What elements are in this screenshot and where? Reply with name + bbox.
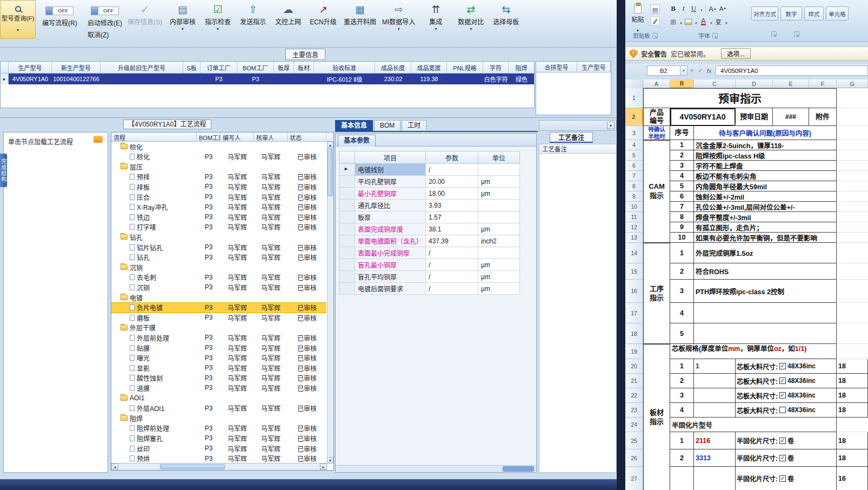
sheet-cell[interactable]: 1 xyxy=(670,243,694,263)
tab-basic-info[interactable]: 基本信息 xyxy=(335,120,373,131)
sheet-cell[interactable]: 2116 xyxy=(694,432,736,449)
row-selector[interactable] xyxy=(339,259,355,271)
column-header[interactable]: 参数 xyxy=(426,151,478,164)
column-header[interactable]: 成品长度 xyxy=(375,62,411,74)
sheet-cell[interactable]: 1 xyxy=(670,359,694,374)
column-header[interactable]: F xyxy=(809,80,837,88)
sheet-cell[interactable]: 3313 xyxy=(694,449,736,467)
toolbar-button[interactable]: ⇆选择母板▼ xyxy=(491,3,520,34)
row-selector[interactable] xyxy=(339,271,355,283)
sheet-cell[interactable]: 序号 xyxy=(670,126,694,140)
sheet-cell[interactable]: 芯板大料尺寸:✓48X36inc xyxy=(736,388,837,403)
row-header[interactable]: 21 xyxy=(625,374,643,388)
checkbox-icon[interactable]: ✓ xyxy=(779,475,786,482)
bold-icon[interactable] xyxy=(669,4,678,14)
sheet-cell[interactable]: ### xyxy=(773,108,809,126)
flow-node-row[interactable]: 阻焊 xyxy=(111,413,326,423)
sheet-cell[interactable]: 阻焊按照ipc-class H级 xyxy=(694,150,837,161)
toolbar-button[interactable]: ⇧发送指示▼ xyxy=(238,3,268,34)
fx-icon[interactable] xyxy=(705,65,713,76)
sheet-cell[interactable]: 9 xyxy=(670,222,694,233)
row-header[interactable]: 4 xyxy=(625,140,643,150)
chevron-down-icon[interactable] xyxy=(680,65,687,76)
fill-color-icon[interactable] xyxy=(685,19,692,25)
tree-vscrollbar[interactable]: ▲ ▼ xyxy=(327,142,333,463)
row-header[interactable]: 10 xyxy=(625,202,643,212)
row-header[interactable]: 27 xyxy=(625,467,643,490)
scroll-right-icon[interactable]: ► xyxy=(320,463,327,470)
param-name[interactable]: 板厚 xyxy=(355,211,426,223)
empty-cell[interactable] xyxy=(837,323,868,344)
sheet-cell[interactable]: 如果有必要允许加平衡铜，但是不要影响 xyxy=(694,233,837,243)
flow-node-row[interactable]: 阻焊塞孔P3马军辉马军辉已审核 xyxy=(111,433,326,443)
sheet-cell[interactable]: 18 xyxy=(837,432,868,449)
column-header[interactable]: 状态 xyxy=(288,133,326,142)
empty-cell[interactable] xyxy=(837,303,868,323)
row-header[interactable]: 3 xyxy=(625,126,643,140)
dialog-launcher-icon[interactable] xyxy=(794,31,799,37)
param-value[interactable]: / xyxy=(426,283,478,295)
checkbox-icon[interactable] xyxy=(779,407,786,413)
chevron-down-icon[interactable] xyxy=(679,17,683,27)
sheet-cell[interactable]: 2 xyxy=(670,150,694,161)
dialog-launcher-icon[interactable] xyxy=(712,33,718,38)
empty-cell[interactable] xyxy=(837,418,868,432)
sheet-cell[interactable]: 18 xyxy=(837,388,868,403)
column-header[interactable]: 阻焊 xyxy=(509,62,535,74)
chevron-down-icon[interactable]: ▼ xyxy=(434,27,438,34)
row-selector[interactable] xyxy=(339,223,355,235)
sheet-cell[interactable]: 16 xyxy=(837,467,868,490)
ribbon-group-button[interactable]: 单元格 xyxy=(826,6,849,21)
row-selector[interactable] xyxy=(339,211,355,223)
row-header[interactable]: 20 xyxy=(625,359,643,374)
model-query-button[interactable]: 型号查询(F) xyxy=(0,0,36,39)
column-header[interactable]: B xyxy=(670,80,694,88)
phonetic-guide-icon[interactable] xyxy=(714,17,723,27)
sheet-cell[interactable]: 字符不能上焊盘 xyxy=(694,161,837,171)
row-selector[interactable] xyxy=(339,188,355,200)
flow-node-row[interactable]: 负片电镀P3马军辉马军辉已审核 xyxy=(111,303,326,313)
row-header[interactable]: 9 xyxy=(625,191,643,202)
empty-cell[interactable] xyxy=(837,88,868,108)
param-name[interactable]: 平均孔壁铜厚 xyxy=(355,176,426,188)
sheet-cell[interactable]: 焊盘平整度+/-3mil xyxy=(694,212,837,222)
row-header[interactable]: 19 xyxy=(625,344,643,359)
column-header[interactable]: 字符 xyxy=(483,62,509,74)
sheet-cell[interactable]: 8 xyxy=(670,212,694,222)
flow-node-row[interactable]: 贴膜P3马军辉马军辉已审核 xyxy=(111,343,326,353)
row-header[interactable]: 7 xyxy=(625,171,643,181)
name-box[interactable]: B2 xyxy=(647,65,680,76)
dialog-launcher-icon[interactable] xyxy=(652,33,658,38)
empty-cell[interactable] xyxy=(837,280,868,303)
chevron-down-icon[interactable] xyxy=(724,17,728,27)
sheet-cell[interactable]: 1 xyxy=(670,432,694,449)
column-header[interactable]: 单位 xyxy=(478,151,520,164)
start-modify-button[interactable]: 启动修改(E) xyxy=(88,18,122,27)
empty-cell[interactable] xyxy=(837,191,868,202)
tab-basic-params[interactable]: 基本参数 xyxy=(338,135,376,147)
column-header[interactable]: 核审人 xyxy=(254,133,288,142)
flow-node-row[interactable]: 退膜P3马军辉马军辉已审核 xyxy=(111,383,326,393)
row-selector[interactable] xyxy=(339,235,355,247)
select-all-corner[interactable] xyxy=(625,80,643,88)
sheet-cell[interactable]: 2 xyxy=(670,263,694,280)
row-header[interactable]: 6 xyxy=(625,161,643,171)
param-name[interactable]: 表面完成铜厚度 xyxy=(355,223,426,235)
borders-icon[interactable] xyxy=(669,17,678,27)
decrease-font-icon[interactable] xyxy=(718,4,727,14)
scroll-thumb[interactable] xyxy=(328,149,333,196)
write-flow-toggle[interactable]: OFF xyxy=(45,6,74,15)
sheet-cell[interactable] xyxy=(694,388,736,403)
font-color-icon[interactable] xyxy=(699,17,708,27)
row-selector[interactable] xyxy=(339,164,355,176)
row-header[interactable]: 12 xyxy=(625,222,643,233)
param-value[interactable]: 437.39 xyxy=(426,235,478,247)
flow-node-row[interactable]: 铣边P3马军辉马军辉已审核 xyxy=(111,212,326,222)
row-header[interactable]: 25 xyxy=(625,432,643,449)
sheet-cell[interactable]: PTH焊环按照ipc-class 2控制 xyxy=(694,280,837,303)
row-header[interactable]: 18 xyxy=(625,323,643,344)
flow-node-row[interactable]: 外层AOI1P3马军辉马军辉已审核 xyxy=(111,403,326,413)
column-header[interactable]: BOM工厂 xyxy=(237,62,274,74)
sheet-cell[interactable]: 3 xyxy=(670,280,694,303)
sheet-cell[interactable]: 外层完成铜厚1.5oz xyxy=(694,243,837,263)
